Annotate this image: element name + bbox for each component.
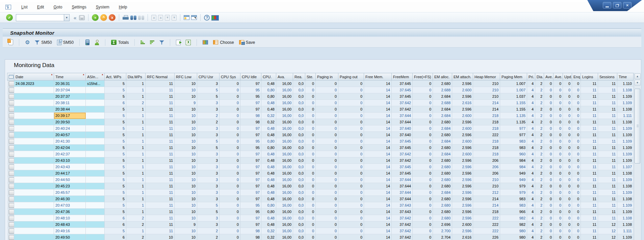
table-cell[interactable]: 10 — [146, 234, 175, 240]
table-cell[interactable] — [14, 132, 54, 138]
table-cell[interactable]: 20:46:30 — [54, 196, 86, 202]
table-cell[interactable]: 14 — [364, 106, 392, 113]
table-cell[interactable]: 206 — [473, 170, 500, 177]
table-cell[interactable]: 0 — [305, 209, 316, 215]
table-cell[interactable]: 16,00 — [276, 100, 293, 106]
table-cell[interactable]: 0 — [305, 196, 316, 202]
table-cell[interactable]: 16,00 — [276, 93, 293, 100]
table-cell[interactable]: 0 — [413, 106, 433, 113]
table-cell[interactable]: 0 — [553, 164, 563, 170]
column-header-30[interactable]: Sessions — [598, 73, 617, 81]
table-cell[interactable]: 0 — [544, 125, 553, 132]
table-cell[interactable]: 4 — [527, 157, 535, 164]
row-select-button[interactable] — [9, 88, 14, 93]
row-select-button[interactable] — [9, 171, 14, 176]
table-cell[interactable]: 1 — [126, 81, 146, 87]
table-cell[interactable] — [14, 93, 54, 100]
table-cell[interactable]: 5 — [197, 138, 220, 145]
table-cell[interactable]: 0 — [413, 157, 433, 164]
table-cell[interactable]: 0 — [572, 177, 581, 183]
table-cell[interactable] — [86, 106, 105, 113]
table-cell[interactable]: 11 — [598, 189, 617, 196]
table-cell[interactable]: 1 — [126, 113, 146, 119]
table-cell[interactable]: 2.684 — [433, 93, 452, 100]
table-cell[interactable]: 97 — [240, 157, 261, 164]
table-cell[interactable]: 2.680 — [433, 164, 452, 170]
row-selector-cell[interactable] — [7, 132, 14, 138]
table-cell[interactable]: 11 — [598, 164, 617, 170]
table-cell[interactable]: 0 — [338, 196, 364, 202]
table-cell[interactable]: 0 — [572, 164, 581, 170]
table-cell[interactable]: 5 — [105, 164, 126, 170]
column-header-31[interactable]: Time — [617, 73, 634, 81]
table-cell[interactable]: 0 — [305, 164, 316, 170]
table-cell[interactable]: 0,48 — [261, 151, 276, 157]
table-cell[interactable]: 1.109 — [617, 151, 634, 157]
table-cell[interactable]: 4 — [527, 100, 535, 106]
table-cell[interactable]: 0 — [544, 132, 553, 138]
table-cell[interactable]: 2.680 — [433, 157, 452, 164]
table-cell[interactable]: 2 — [535, 228, 544, 234]
table-cell[interactable]: 11 — [598, 100, 617, 106]
table-cell[interactable]: 949 — [500, 170, 527, 177]
table-cell[interactable]: 0 — [220, 189, 240, 196]
column-header-2[interactable]: ASIn...▲ — [86, 73, 105, 81]
column-header-8[interactable]: CPU Sys — [220, 73, 240, 81]
row-selector-cell[interactable] — [7, 221, 14, 228]
table-cell[interactable]: 0 — [338, 234, 364, 240]
table-cell[interactable]: 0,32 — [261, 234, 276, 240]
table-cell[interactable]: 1.107 — [617, 164, 634, 170]
table-cell[interactable]: 3 — [197, 183, 220, 189]
table-cell[interactable]: 0 — [572, 209, 581, 215]
row-selector-cell[interactable] — [7, 157, 14, 164]
table-cell[interactable]: 14 — [364, 209, 392, 215]
table-cell[interactable]: 4 — [527, 209, 535, 215]
table-cell[interactable]: 11 — [581, 202, 598, 209]
table-cell[interactable]: 0 — [305, 202, 316, 209]
column-header-4[interactable]: Dia.WPs — [126, 73, 146, 81]
row-select-button[interactable] — [9, 177, 14, 182]
find-icon[interactable] — [130, 16, 136, 20]
row-select-button[interactable] — [9, 81, 14, 86]
table-cell[interactable]: 0 — [572, 202, 581, 209]
scrollbar-thumb[interactable] — [635, 89, 640, 163]
table-cell[interactable]: 10 — [175, 81, 197, 87]
table-cell[interactable]: 2 — [535, 189, 544, 196]
table-cell[interactable] — [86, 170, 105, 177]
table-cell[interactable]: 0 — [563, 170, 572, 177]
table-cell[interactable]: 0 — [305, 177, 316, 183]
table-cell[interactable] — [14, 177, 54, 183]
table-cell[interactable]: 0,0 — [293, 106, 305, 113]
table-cell[interactable]: 0,0 — [293, 234, 305, 240]
table-cell[interactable]: 0,32 — [261, 113, 276, 119]
table-cell[interactable]: 11 — [581, 132, 598, 138]
table-cell[interactable]: 14 — [364, 177, 392, 183]
table-cell[interactable]: 0,0 — [293, 113, 305, 119]
table-cell[interactable]: 3 — [197, 196, 220, 202]
table-cell[interactable]: 20:47:36 — [54, 209, 86, 215]
table-cell[interactable]: 0 — [413, 234, 433, 240]
table-cell[interactable]: 0 — [572, 170, 581, 177]
table-cell[interactable]: 11 — [581, 138, 598, 145]
table-cell[interactable]: 0,0 — [293, 209, 305, 215]
table-cell[interactable]: 1.109 — [617, 157, 634, 164]
table-cell[interactable]: 2.680 — [433, 196, 452, 202]
row-select-button[interactable] — [9, 113, 14, 118]
column-header-23[interactable]: Pri. — [527, 73, 535, 81]
table-cell[interactable]: 2.688 — [433, 100, 452, 106]
table-cell[interactable]: 37.645 — [392, 93, 413, 100]
table-cell[interactable]: 37.642 — [392, 228, 413, 234]
table-cell[interactable]: 0 — [563, 145, 572, 151]
table-cell[interactable]: 10 — [175, 170, 197, 177]
table-cell[interactable]: 16,00 — [276, 157, 293, 164]
table-cell[interactable] — [14, 87, 54, 93]
table-cell[interactable]: 0 — [338, 183, 364, 189]
table-cell[interactable]: 11 — [598, 93, 617, 100]
table-cell[interactable]: 5 — [105, 177, 126, 183]
table-cell[interactable]: 11 — [581, 81, 598, 87]
table-cell[interactable]: 1 — [126, 106, 146, 113]
sm50-filter-button[interactable]: SM50 — [34, 39, 53, 46]
table-cell[interactable]: 14 — [364, 183, 392, 189]
table-cell[interactable] — [86, 113, 105, 119]
table-cell[interactable]: 0 — [553, 113, 563, 119]
